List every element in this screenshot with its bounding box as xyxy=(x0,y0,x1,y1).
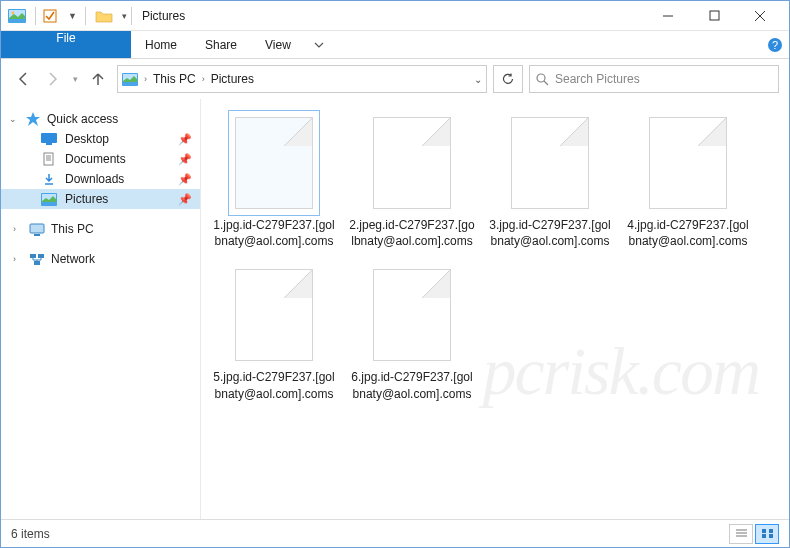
desktop-icon xyxy=(41,132,57,146)
ribbon: File Home Share View ? xyxy=(1,31,789,59)
nav-up-button[interactable] xyxy=(85,66,111,92)
sidebar-item-label: Quick access xyxy=(47,112,118,126)
pictures-icon xyxy=(41,192,57,206)
chevron-right-icon: › xyxy=(13,224,23,234)
file-thumbnail-icon xyxy=(373,117,451,209)
file-menu[interactable]: File xyxy=(1,31,131,58)
breadcrumb-current[interactable]: Pictures xyxy=(211,72,254,86)
sidebar-this-pc[interactable]: › This PC xyxy=(1,219,200,239)
title-bar: ▼ ▾ Pictures xyxy=(1,1,789,31)
documents-icon xyxy=(41,152,57,166)
nav-forward-button[interactable] xyxy=(39,66,65,92)
file-item[interactable]: 3.jpg.id-C279F237.[golbnaty@aol.com].com… xyxy=(485,117,615,249)
file-thumbnail-icon xyxy=(373,269,451,361)
watermark-text: pcrisk.com xyxy=(483,332,759,411)
pin-icon: 📌 xyxy=(178,133,192,146)
chevron-right-icon[interactable]: › xyxy=(144,74,147,84)
file-thumbnail-icon xyxy=(511,117,589,209)
svg-rect-15 xyxy=(46,143,52,145)
tab-share[interactable]: Share xyxy=(191,31,251,58)
sidebar-item-label: Pictures xyxy=(65,192,108,206)
address-bar: ▾ › This PC › Pictures ⌄ Search Pictures xyxy=(1,59,789,99)
svg-rect-31 xyxy=(762,529,766,533)
svg-line-13 xyxy=(544,81,548,85)
file-thumbnail-icon xyxy=(235,269,313,361)
file-name: 5.jpg.id-C279F237.[golbnaty@aol.com].com… xyxy=(209,369,339,401)
sidebar-network[interactable]: › Network xyxy=(1,249,200,269)
refresh-button[interactable] xyxy=(493,65,523,93)
svg-rect-27 xyxy=(34,261,40,265)
view-details-button[interactable] xyxy=(729,524,753,544)
help-icon[interactable]: ? xyxy=(761,31,789,58)
file-name: 3.jpg.id-C279F237.[golbnaty@aol.com].com… xyxy=(485,217,615,249)
view-thumbnails-button[interactable] xyxy=(755,524,779,544)
file-thumbnail-icon xyxy=(235,117,313,209)
search-icon xyxy=(536,73,549,86)
maximize-button[interactable] xyxy=(691,1,737,31)
breadcrumb[interactable]: › This PC › Pictures ⌄ xyxy=(117,65,487,93)
sidebar-quick-access-header[interactable]: ⌄ Quick access xyxy=(1,109,200,129)
file-item[interactable]: 5.jpg.id-C279F237.[golbnaty@aol.com].com… xyxy=(209,269,339,401)
svg-point-12 xyxy=(537,74,545,82)
tab-home[interactable]: Home xyxy=(131,31,191,58)
sidebar-item-pictures[interactable]: Pictures 📌 xyxy=(1,189,200,209)
sidebar-item-downloads[interactable]: Downloads 📌 xyxy=(1,169,200,189)
qat-dropdown-icon[interactable]: ▼ xyxy=(68,11,77,21)
sidebar-item-documents[interactable]: Documents 📌 xyxy=(1,149,200,169)
window-title: Pictures xyxy=(142,9,185,23)
pin-icon: 📌 xyxy=(178,173,192,186)
sidebar-item-desktop[interactable]: Desktop 📌 xyxy=(1,129,200,149)
breadcrumb-root[interactable]: This PC xyxy=(153,72,196,86)
navigation-sidebar: ⌄ Quick access Desktop 📌 Documents 📌 Dow… xyxy=(1,99,201,521)
svg-text:?: ? xyxy=(772,39,778,51)
file-name: 1.jpg.id-C279F237.[golbnaty@aol.com].com… xyxy=(209,217,339,249)
pictures-location-icon xyxy=(122,72,138,86)
svg-rect-14 xyxy=(41,133,57,143)
file-name: 4.jpg.id-C279F237.[golbnaty@aol.com].com… xyxy=(623,217,753,249)
svg-rect-25 xyxy=(30,254,36,258)
quick-access-icon xyxy=(25,112,41,126)
nav-back-button[interactable] xyxy=(11,66,37,92)
nav-recent-icon[interactable]: ▾ xyxy=(67,66,83,92)
chevron-down-icon: ⌄ xyxy=(9,114,19,124)
folder-icon xyxy=(94,8,114,24)
app-icon xyxy=(7,8,27,24)
chevron-right-icon: › xyxy=(13,254,23,264)
svg-rect-24 xyxy=(34,234,40,236)
sidebar-item-label: Desktop xyxy=(65,132,109,146)
file-list-area[interactable]: pcrisk.com 1.jpg.id-C279F237.[golbnaty@a… xyxy=(201,99,789,521)
sidebar-item-label: This PC xyxy=(51,222,94,236)
svg-rect-3 xyxy=(44,10,56,22)
sidebar-item-label: Documents xyxy=(65,152,126,166)
pin-icon: 📌 xyxy=(178,153,192,166)
file-thumbnail-icon xyxy=(649,117,727,209)
quick-access-toolbar: ▼ ▾ xyxy=(40,7,127,25)
file-item[interactable]: 6.jpg.id-C279F237.[golbnaty@aol.com].com… xyxy=(347,269,477,401)
svg-rect-26 xyxy=(38,254,44,258)
svg-point-2 xyxy=(12,11,15,14)
chevron-right-icon[interactable]: › xyxy=(202,74,205,84)
minimize-button[interactable] xyxy=(645,1,691,31)
file-item[interactable]: 4.jpg.id-C279F237.[golbnaty@aol.com].com… xyxy=(623,117,753,249)
file-name: 6.jpg.id-C279F237.[golbnaty@aol.com].com… xyxy=(347,369,477,401)
tab-view[interactable]: View xyxy=(251,31,305,58)
checkbox-icon[interactable] xyxy=(40,8,60,24)
content-area: ⌄ Quick access Desktop 📌 Documents 📌 Dow… xyxy=(1,99,789,521)
close-button[interactable] xyxy=(737,1,783,31)
svg-rect-32 xyxy=(769,529,773,533)
pin-icon: 📌 xyxy=(178,193,192,206)
svg-rect-23 xyxy=(30,224,44,233)
svg-rect-5 xyxy=(710,11,719,20)
file-item[interactable]: 1.jpg.id-C279F237.[golbnaty@aol.com].com… xyxy=(209,117,339,249)
sidebar-item-label: Downloads xyxy=(65,172,124,186)
file-name: 2.jpeg.id-C279F237.[golbnaty@aol.com].co… xyxy=(347,217,477,249)
search-input[interactable]: Search Pictures xyxy=(529,65,779,93)
status-bar: 6 items xyxy=(1,519,789,547)
item-count: 6 items xyxy=(11,527,50,541)
ribbon-expand-icon[interactable] xyxy=(305,31,333,58)
qat-dropdown-2-icon[interactable]: ▾ xyxy=(122,11,127,21)
svg-rect-34 xyxy=(769,534,773,538)
address-dropdown-icon[interactable]: ⌄ xyxy=(474,74,482,85)
this-pc-icon xyxy=(29,222,45,236)
file-item[interactable]: 2.jpeg.id-C279F237.[golbnaty@aol.com].co… xyxy=(347,117,477,249)
